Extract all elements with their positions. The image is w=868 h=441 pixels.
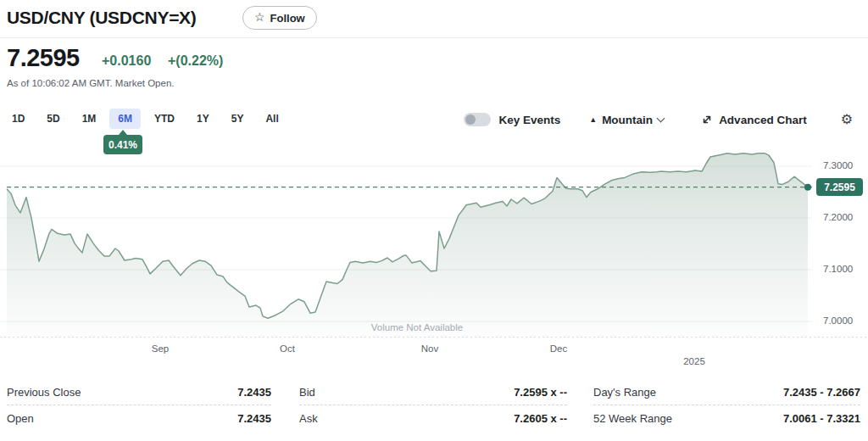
range-tab-1y[interactable]: 1Y — [188, 109, 218, 129]
stat-label: Ask — [299, 412, 318, 425]
stat-row: Ask7.2605 x -- — [299, 405, 567, 431]
x-axis-label: Dec — [550, 343, 567, 354]
range-tab-bar: 1D5D1M6MYTD1Y5YAll — [3, 109, 287, 129]
x-axis-label: Oct — [280, 343, 295, 354]
chevron-down-icon — [657, 114, 665, 123]
chart-toolbar: Key Events ▲ Mountain Advanced Chart ⚙ — [464, 109, 868, 131]
follow-button[interactable]: ☆ Follow — [242, 6, 317, 30]
star-icon: ☆ — [254, 11, 265, 23]
current-price: 7.2595 — [7, 44, 80, 72]
stat-row: Day's Range7.2435 - 7.2667 — [593, 379, 860, 405]
header: USD/CNY (USDCNY=X) ☆ Follow — [0, 0, 868, 38]
current-price-badge: 7.2595 — [816, 178, 863, 196]
mountain-icon: ▲ — [589, 115, 597, 124]
advanced-chart-label: Advanced Chart — [719, 114, 807, 126]
y-axis-label: 7.3000 — [823, 160, 853, 170]
last-price-dot — [804, 184, 811, 191]
x-axis-label: Nov — [421, 343, 438, 354]
x-axis-label: 2025 — [683, 356, 705, 366]
stats-column: Day's Range7.2435 - 7.266752 Week Range7… — [593, 379, 860, 431]
range-tab-5d[interactable]: 5D — [38, 109, 68, 129]
y-axis-label: 7.2000 — [823, 212, 853, 222]
range-tab-1m[interactable]: 1M — [74, 109, 105, 129]
as-of-status: As of 10:06:02 AM GMT. Market Open. — [7, 78, 175, 88]
stat-value: 7.2435 — [237, 386, 271, 399]
range-tab-1d[interactable]: 1D — [3, 109, 33, 129]
stat-label: Open — [7, 412, 34, 425]
toggle-knob — [465, 114, 476, 125]
range-tab-all[interactable]: All — [257, 109, 287, 129]
y-axis-label: 7.0000 — [823, 315, 853, 326]
stat-label: Day's Range — [593, 386, 656, 399]
volume-note: Volume Not Available — [322, 322, 512, 332]
stat-value: 7.2595 x -- — [514, 386, 567, 399]
follow-label: Follow — [270, 12, 305, 25]
stat-value: 7.2605 x -- — [514, 412, 567, 425]
quote-page: USD/CNY (USDCNY=X) ☆ Follow 7.2595 +0.01… — [0, 0, 868, 441]
chart-type-dropdown[interactable]: ▲ Mountain — [589, 114, 664, 126]
key-events-label: Key Events — [498, 114, 560, 126]
x-axis-label: Sep — [152, 343, 169, 354]
range-tab-ytd[interactable]: YTD — [146, 109, 183, 129]
stat-value: 7.2435 — [237, 412, 271, 425]
key-events-toggle[interactable] — [464, 113, 491, 126]
price-change-percent: +(0.22%) — [168, 53, 223, 69]
stat-value: 7.2435 - 7.2667 — [783, 386, 860, 399]
chart-area — [7, 154, 808, 337]
range-tab-6m[interactable]: 6M — [109, 109, 141, 129]
stat-label: 52 Week Range — [593, 412, 672, 425]
stats-column: Previous Close7.2435Open7.2435 — [7, 379, 271, 431]
stat-label: Bid — [299, 386, 315, 399]
advanced-chart-button[interactable]: Advanced Chart — [701, 114, 807, 126]
chart-type-label: Mountain — [602, 114, 653, 126]
gear-icon[interactable]: ⚙ — [841, 113, 853, 126]
period-return-badge: 0.41% — [103, 135, 142, 154]
stat-row: Open7.2435 — [7, 405, 271, 431]
page-title: USD/CNY (USDCNY=X) — [7, 8, 197, 28]
range-tab-5y[interactable]: 5Y — [223, 109, 253, 129]
expand-arrows-icon — [701, 114, 713, 126]
price-change: +0.0160 — [102, 53, 151, 69]
stat-value: 7.0061 - 7.3321 — [783, 412, 860, 425]
y-axis-label: 7.1000 — [823, 264, 853, 274]
stat-row: Bid7.2595 x -- — [299, 379, 567, 405]
stats-column: Bid7.2595 x --Ask7.2605 x -- — [299, 379, 567, 431]
stat-row: Previous Close7.2435 — [7, 379, 271, 405]
stat-row: 52 Week Range7.0061 - 7.3321 — [593, 405, 860, 431]
stat-label: Previous Close — [7, 386, 81, 399]
